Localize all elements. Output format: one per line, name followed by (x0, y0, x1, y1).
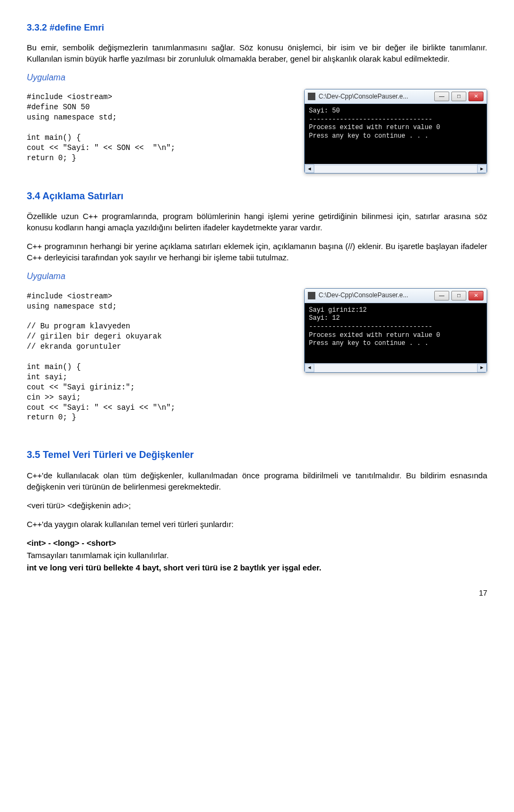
minimize-button[interactable]: — (434, 92, 449, 101)
console-scrollbar-1[interactable]: ◄ ► (305, 164, 487, 173)
scroll-track[interactable] (314, 165, 477, 173)
console-title-2: C:\Dev-Cpp\ConsolePauser.e... (319, 291, 432, 300)
console-icon (308, 93, 315, 100)
console-scrollbar-2[interactable]: ◄ ► (305, 363, 487, 372)
console-output-1: Sayi: 50 -------------------------------… (305, 104, 487, 164)
page-number: 17 (27, 588, 487, 599)
console-window-2: C:\Dev-Cpp\ConsolePauser.e... — □ ✕ Sayi… (304, 288, 487, 373)
code-block-define: #include <iostream> #define SON 50 using… (27, 92, 291, 163)
console-title-1: C:\Dev-Cpp\ConsolePauser.e... (319, 92, 432, 101)
console-titlebar-1: C:\Dev-Cpp\ConsolePauser.e... — □ ✕ (305, 89, 487, 104)
paragraph-aciklama-1: Özellikle uzun C++ programlarında, progr… (27, 210, 487, 233)
scroll-right-icon[interactable]: ► (477, 164, 487, 173)
int-types-list: <int> - <long> - <short> (27, 538, 116, 547)
console-titlebar-2: C:\Dev-Cpp\ConsolePauser.e... — □ ✕ (305, 289, 487, 303)
console-window-1: C:\Dev-Cpp\ConsolePauser.e... — □ ✕ Sayi… (304, 89, 487, 174)
code-block-comments: #include <iostream> using namespace std;… (27, 291, 291, 423)
console-icon (308, 292, 315, 299)
scroll-right-icon[interactable]: ► (477, 364, 487, 372)
heading-aciklama-satirlari: 3.4 Açıklama Satırları (27, 190, 487, 203)
paragraph-veri-3: Tamsayıları tanımlamak için kullanılırla… (27, 550, 487, 561)
scroll-left-icon[interactable]: ◄ (305, 364, 314, 372)
paragraph-veri-1: C++'de kullanılacak olan tüm değişkenler… (27, 470, 487, 492)
uygulama-label-1: Uygulama (27, 72, 487, 84)
heading-define-emri: 3.3.2 #define Emri (27, 21, 487, 34)
paragraph-veri-2: C++'da yaygın olarak kullanılan temel ve… (27, 518, 487, 530)
paragraph-aciklama-2: C++ programının herhangi bir yerine açık… (27, 240, 487, 263)
declaration-syntax: <veri türü> <değişkenin adı>; (27, 500, 487, 511)
maximize-button[interactable]: □ (451, 291, 466, 300)
scroll-left-icon[interactable]: ◄ (305, 164, 314, 173)
heading-veri-turleri: 3.5 Temel Veri Türleri ve Değişkenler (27, 448, 487, 462)
paragraph-define-intro: Bu emir, sembolik değişmezlerin tanımlan… (27, 42, 487, 64)
maximize-button[interactable]: □ (451, 92, 466, 101)
minimize-button[interactable]: — (434, 291, 449, 300)
scroll-track[interactable] (314, 364, 477, 372)
close-button[interactable]: ✕ (468, 92, 483, 101)
console-output-2: Sayi giriniz:12 Sayi: 12 ---------------… (305, 303, 487, 363)
uygulama-label-2: Uygulama (27, 270, 487, 282)
paragraph-veri-4: int ve long veri türü bellekte 4 bayt, s… (27, 562, 487, 573)
close-button[interactable]: ✕ (468, 291, 483, 300)
